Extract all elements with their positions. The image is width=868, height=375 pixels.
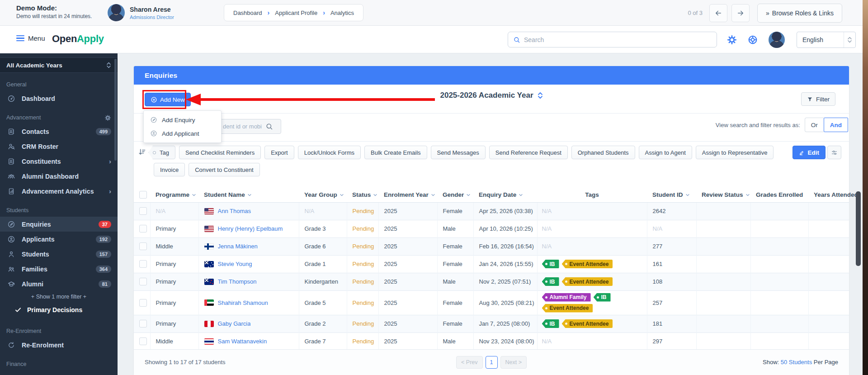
send-reference-request-button[interactable]: Send Reference Request	[489, 146, 568, 159]
column-header-status[interactable]: Status	[347, 188, 378, 202]
prev-role-button[interactable]	[709, 4, 727, 22]
divider	[134, 141, 849, 142]
row-checkbox[interactable]	[139, 299, 147, 307]
tag-ib: IB	[542, 319, 559, 328]
column-label: Enrolment Year	[384, 191, 429, 198]
programme-cell: Middle	[150, 237, 198, 255]
student-name-link[interactable]: Gaby Garcia	[218, 320, 251, 327]
menu-button[interactable]: Menu	[16, 34, 45, 42]
sidebar-item-applicants[interactable]: Applicants192	[0, 232, 118, 247]
bulk-create-emails-button[interactable]: Bulk Create Emails	[364, 146, 427, 159]
student-name-cell: Jenna Mäkinen	[198, 237, 299, 255]
next-role-button[interactable]	[731, 4, 750, 22]
assign-to-representative-button[interactable]: Assign to Representative	[696, 146, 774, 159]
row-checkbox[interactable]	[139, 337, 147, 345]
orphaned-students-button[interactable]: Orphaned Students	[571, 146, 635, 159]
column-header-student-name[interactable]: Student Name	[198, 188, 299, 202]
next-page-button[interactable]: Next >	[500, 356, 527, 369]
row-checkbox[interactable]	[139, 225, 147, 233]
column-header-year-group[interactable]: Year Group	[299, 188, 347, 202]
breadcrumb-item-dashboard[interactable]: Dashboard	[233, 9, 262, 16]
assign-to-agent-button[interactable]: Assign to Agent	[639, 146, 692, 159]
row-checkbox[interactable]	[139, 242, 147, 250]
convert-to-constituent-button[interactable]: Convert to Constituent	[189, 163, 259, 176]
browse-roles-links-button[interactable]: » Browse Roles & Links	[757, 4, 842, 23]
sidebar-item-primary-decisions[interactable]: Primary Decisions	[0, 302, 118, 317]
sidebar-item-enquiries[interactable]: Enquiries37	[0, 217, 118, 232]
edit-button[interactable]: Edit	[793, 146, 826, 159]
settings-gear-icon[interactable]	[727, 35, 737, 45]
student-name-link[interactable]: Stevie Young	[218, 261, 252, 267]
filter-button[interactable]: Filter	[801, 92, 835, 106]
page-1-button[interactable]: 1	[486, 356, 498, 369]
column-header-enrolment-year[interactable]: Enrolment Year	[378, 188, 437, 202]
sidebar-item-constituents[interactable]: Constituents›	[0, 154, 118, 169]
enrolment-year-cell: 2025	[378, 237, 437, 255]
row-checkbox[interactable]	[139, 207, 147, 215]
column-header-programme[interactable]: Programme	[150, 188, 198, 202]
select-all-checkbox[interactable]	[139, 191, 147, 199]
row-checkbox[interactable]	[139, 320, 147, 328]
sort-icon[interactable]	[137, 147, 146, 157]
global-search[interactable]	[508, 32, 717, 47]
menu-item-add-enquiry[interactable]: Add Enquiry	[144, 113, 221, 127]
export-button[interactable]: Export	[264, 146, 294, 159]
breadcrumb-item-applicant-profile[interactable]: Applicant Profile	[275, 9, 317, 16]
sidebar-item-label: CRM Roster	[22, 143, 111, 150]
results-or-button[interactable]: Or	[805, 118, 824, 132]
show-more-filters[interactable]: + Show 1 more filter +	[0, 291, 118, 302]
sidebar-item-alumni[interactable]: Alumni81	[0, 276, 118, 291]
tags-cell: IBEvent Attendee	[537, 255, 647, 273]
row-select-cell	[134, 220, 150, 237]
student-name-link[interactable]: Ann Thomas	[218, 208, 251, 214]
sidebar-item-advancement-analytics[interactable]: Advancement Analytics›	[0, 184, 118, 199]
enquiry-date-cell: Apr 25, 2026 (03:38)	[473, 202, 537, 220]
row-checkbox[interactable]	[139, 278, 147, 285]
send-messages-button[interactable]: Send Messages	[431, 146, 486, 159]
student-name-link[interactable]: Shahirah Shamoun	[218, 299, 268, 306]
sidebar-item-label: Contacts	[22, 128, 90, 135]
flag-th-icon	[204, 338, 214, 345]
global-search-input[interactable]	[524, 36, 712, 43]
per-page-link[interactable]: 50 Students	[781, 359, 812, 366]
desktop-wallpaper-strip	[863, 0, 868, 375]
sidebar-item-dashboard[interactable]: Dashboard	[0, 91, 118, 106]
column-header-gender[interactable]: Gender	[437, 188, 473, 202]
academic-year-filter[interactable]: All Academic Years	[0, 57, 118, 73]
student-name-link[interactable]: Sam Wattanavekin	[218, 338, 267, 345]
column-settings-button[interactable]	[827, 146, 841, 159]
grades-enrolled-cell	[750, 290, 808, 315]
sidebar-item-re-enrolment[interactable]: Re-Enrolment	[0, 337, 118, 352]
sidebar-item-crm-roster[interactable]: CRM Roster	[0, 139, 118, 154]
sidebar-item-contacts[interactable]: Contacts499	[0, 124, 118, 139]
header-avatar[interactable]	[769, 32, 785, 48]
demo-mode-title: Demo Mode:	[16, 4, 92, 12]
row-checkbox[interactable]	[139, 260, 147, 268]
student-id-cell: 297	[647, 332, 696, 350]
send-checklist-reminders-button[interactable]: Send Checklist Reminders	[179, 146, 261, 159]
sidebar-item-alumni-dashboard[interactable]: Alumni Dashboard	[0, 169, 118, 184]
column-header-student-id[interactable]: Student ID	[647, 188, 696, 202]
language-select[interactable]: English	[797, 32, 856, 48]
page-scrollbar-thumb[interactable]	[856, 191, 861, 266]
student-name-link[interactable]: Jenna Mäkinen	[218, 243, 258, 250]
column-header-enquiry-date[interactable]: Enquiry Date	[473, 188, 537, 202]
breadcrumb-item-analytics[interactable]: Analytics	[330, 9, 354, 16]
student-name-link[interactable]: Tim Thompson	[218, 278, 257, 285]
tags-cell: N/A	[537, 202, 647, 220]
sidebar-item-students[interactable]: Students157	[0, 247, 118, 261]
menu-item-add-applicant[interactable]: Add Applicant	[144, 127, 221, 140]
column-label: Tags	[585, 191, 599, 198]
sidebar-scrollbar-thumb[interactable]	[114, 59, 117, 161]
academic-year-selector[interactable]: 2025-2026 Academic Year	[134, 91, 849, 100]
sidebar-item-families[interactable]: Families364	[0, 261, 118, 276]
table-row: N/AAnn ThomasN/APending2025FemaleApr 25,…	[134, 202, 849, 220]
tag-button[interactable]: Tag	[148, 146, 175, 159]
help-lifering-icon[interactable]	[748, 35, 758, 45]
invoice-button[interactable]: Invoice	[154, 163, 185, 176]
prev-page-button[interactable]: < Prev	[456, 356, 482, 369]
results-and-button[interactable]: And	[824, 118, 848, 132]
lock-unlock-forms-button[interactable]: Lock/Unlock Forms	[298, 146, 361, 159]
student-name-link[interactable]: Henry (Henry) Epelbaum	[218, 225, 283, 232]
column-header-review-status[interactable]: Review Status	[696, 188, 750, 202]
